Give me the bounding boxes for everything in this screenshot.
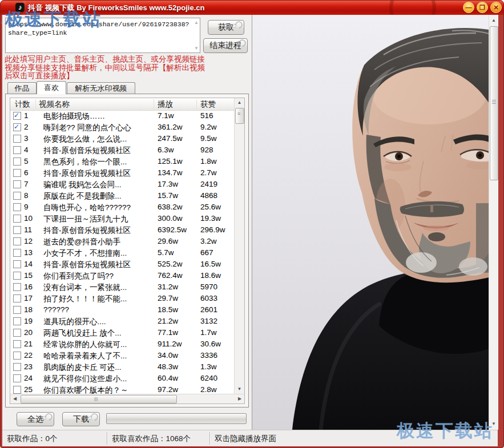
row-checkbox[interactable] [13, 192, 21, 200]
minimize-button[interactable]: — [463, 2, 474, 13]
row-video-name: 黑色系列，给你一个眼... [43, 157, 156, 167]
row-checkbox[interactable] [13, 249, 21, 257]
close-button[interactable]: ✕ [490, 2, 502, 13]
table-row[interactable]: 16没有台词本，一紧张就...31.2w5970 [10, 281, 235, 293]
row-video-name: 哈哈录着录着来人了不... [43, 351, 156, 361]
row-checkbox[interactable] [13, 123, 21, 131]
scroll-up-icon[interactable]: ▲ [489, 16, 498, 25]
table-row[interactable]: 20两趟飞机没赶上 放个...77.1w1.7w [10, 327, 235, 338]
row-plays: 77.1w [158, 328, 199, 337]
row-checkbox[interactable] [13, 272, 21, 280]
row-checkbox[interactable] [13, 306, 21, 314]
row-checkbox[interactable] [13, 112, 21, 120]
end-process-button[interactable]: 结束进程 [203, 38, 248, 53]
header-count[interactable]: 计数 [15, 99, 30, 110]
table-row[interactable]: 7骗谁呢 我妈怎么会同...17.3w2419 [10, 179, 235, 190]
table-row[interactable]: 23肌肉版的皮卡丘 可还...48.3w1.3w [10, 361, 235, 373]
row-checkbox[interactable] [13, 203, 21, 211]
scroll-right-icon[interactable]: ▶ [235, 394, 244, 403]
row-checkbox[interactable] [13, 226, 21, 234]
tab-likes[interactable]: 喜欢 [37, 81, 66, 94]
table-row[interactable]: 9自嗨也开心，哈哈??????638.2w25.6w [10, 201, 235, 213]
row-checkbox[interactable] [13, 374, 21, 382]
row-likes: 2601 [200, 305, 233, 314]
row-checkbox[interactable] [13, 146, 21, 154]
row-checkbox[interactable] [13, 180, 21, 188]
row-index: 20 [24, 328, 40, 337]
tab-parse-no-watermark[interactable]: 解析无水印视频 [67, 82, 135, 94]
scroll-left-icon[interactable]: ◀ [10, 394, 19, 403]
list-vertical-scrollbar[interactable]: ▲ ▼ [234, 98, 244, 403]
row-checkbox[interactable] [13, 386, 21, 394]
row-likes: 6240 [200, 374, 233, 382]
row-likes: 19.3w [200, 214, 233, 223]
row-checkbox[interactable] [13, 135, 21, 143]
row-plays: 21.2w [158, 317, 199, 325]
vertical-scroll-thumb[interactable] [235, 108, 244, 124]
url-scroll-down-icon[interactable]: ▼ [194, 46, 199, 51]
row-checkbox[interactable] [13, 215, 21, 223]
titlebar[interactable]: ♪ 抖音 视频下载 By FireworksSmiles www.52pojie… [1, 1, 504, 15]
row-checkbox[interactable] [13, 169, 21, 177]
row-checkbox[interactable] [13, 260, 21, 268]
table-row[interactable]: 4抖音-原创音乐短视频社区6.3w928 [10, 144, 235, 156]
row-checkbox[interactable] [13, 294, 21, 302]
row-likes: 1.3w [200, 362, 233, 371]
row-plays: 6392.5w [158, 225, 199, 234]
row-video-name: 抖音-原创音乐短视频社区 [43, 260, 156, 270]
table-row[interactable]: 17拍了好久！！！能不能...29.7w6033 [10, 293, 235, 304]
get-button[interactable]: 获取 [208, 20, 244, 35]
row-video-name: 逝去的爱@抖音小助手 [43, 237, 156, 247]
row-checkbox[interactable] [13, 329, 21, 337]
table-row[interactable]: 18??????18.5w2601 [10, 304, 235, 316]
tab-works[interactable]: 作品 [7, 82, 37, 94]
list-horizontal-scrollbar[interactable]: ◀ ▶ [10, 394, 244, 403]
row-checkbox[interactable] [13, 237, 21, 245]
row-index: 8 [24, 191, 40, 200]
header-plays[interactable]: 播放 [158, 99, 173, 110]
scroll-down-icon[interactable]: ▼ [489, 419, 498, 429]
table-header[interactable]: 计数 视频名称 播放 获赞 [10, 98, 235, 111]
download-button[interactable]: 下载 [62, 412, 100, 426]
row-checkbox[interactable] [13, 340, 21, 348]
header-video-name[interactable]: 视频名称 [39, 99, 70, 110]
table-row[interactable]: 3你要我怎么做，怎么说...247.5w9.5w [10, 133, 235, 144]
row-plays: 762.4w [158, 271, 199, 280]
table-row[interactable]: 13小女子不才，不想撞南...5.7w667 [10, 247, 235, 259]
row-checkbox[interactable] [13, 352, 21, 360]
row-checkbox[interactable] [13, 317, 21, 325]
row-checkbox[interactable] [13, 283, 21, 291]
maximize-button[interactable]: ❐ [477, 2, 488, 13]
table-row[interactable]: 19道具玩的很开心....21.2w3132 [10, 316, 235, 327]
table-row[interactable]: 15你们看到亮点了吗??762.4w18.6w [10, 270, 235, 281]
table-row[interactable]: 12逝去的爱@抖音小助手29.6w3.2w [10, 236, 235, 247]
table-row[interactable]: 8原版在此 不是我删除...15.7w4868 [10, 190, 235, 201]
table-row[interactable]: 14抖音-原创音乐短视频社区525.2w16.5w [10, 259, 235, 270]
table-row[interactable]: 6抖音-原创音乐短视频社区134.7w2.7w [10, 167, 235, 179]
scroll-up-icon[interactable]: ▲ [235, 98, 244, 107]
table-row[interactable]: 11抖音-原创音乐短视频社区6392.5w296.9w [10, 224, 235, 236]
tab-strip: 作品 喜欢 解析无水印视频 [5, 81, 251, 94]
row-checkbox[interactable] [13, 158, 21, 166]
video-preview[interactable] [252, 15, 489, 430]
horizontal-scroll-thumb[interactable] [21, 395, 177, 403]
table-row[interactable]: 1电影拍摄现场……7.1w516 [10, 110, 235, 122]
header-likes[interactable]: 获赞 [200, 99, 216, 110]
url-scroll-up-icon[interactable]: ▲ [194, 20, 199, 25]
row-likes: 9.5w [200, 134, 233, 143]
table-row[interactable]: 10下课扭一扭～活到九十九300.0w19.3w [10, 213, 235, 224]
row-video-name: 经常说你胖的人你就可... [43, 340, 156, 350]
preview-scroll-thumb[interactable] [490, 26, 498, 180]
select-all-button[interactable]: 全选 [17, 412, 54, 426]
status-hint: 双击隐藏播放界面 [215, 434, 276, 444]
table-row[interactable]: 2嗨到老?? 同意的点个心心361.2w9.2w [10, 122, 235, 133]
preview-scrollbar[interactable]: ▲ ▼ [489, 15, 498, 430]
url-input[interactable]: https://www.douyin.com/share/user/926197… [5, 18, 200, 53]
row-checkbox[interactable] [13, 363, 21, 371]
table-row[interactable]: 21经常说你胖的人你就可...911.2w30.6w [10, 338, 235, 350]
table-row[interactable]: 5黑色系列，给你一个眼...125.1w1.8w [10, 156, 235, 167]
scroll-down-icon[interactable]: ▼ [235, 385, 244, 394]
table-row[interactable]: 24就见不得你们这些虐小...60.4w6240 [10, 373, 235, 384]
row-likes: 9.2w [200, 123, 233, 131]
table-row[interactable]: 22哈哈录着录着来人了不...34.0w3336 [10, 350, 235, 361]
